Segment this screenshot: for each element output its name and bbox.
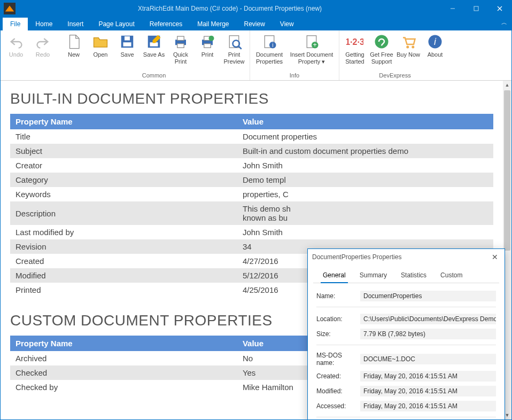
print-icon [199, 33, 216, 50]
prop-name-cell: Creator [10, 158, 237, 173]
save-button[interactable]: Save [114, 32, 141, 71]
prop-name-cell: Category [10, 173, 237, 187]
prop-name-cell: Checked by [10, 380, 237, 394]
prop-name-cell: Description [10, 201, 237, 225]
svg-rect-15 [204, 44, 211, 48]
close-button[interactable] [488, 1, 511, 17]
created-label: Created: [316, 372, 360, 380]
dialog-body: Name:DocumentProperties Location:C:\User… [308, 283, 505, 419]
svg-line-19 [239, 46, 242, 49]
maximize-button[interactable] [464, 1, 488, 17]
new-file-icon [65, 33, 82, 50]
redo-icon [34, 33, 51, 50]
ribbon-collapse-icon[interactable]: ︿ [501, 19, 507, 27]
prop-name-cell: Subject [10, 144, 237, 158]
heading-builtin: BUILT-IN DOCUMENT PROPERTIES [10, 90, 493, 107]
dialog-tabs: General Summary Statistics Custom [313, 265, 499, 283]
svg-rect-12 [177, 44, 184, 48]
scroll-up-icon[interactable]: ▲ [503, 81, 511, 89]
prop-value-cell: Document properties [237, 129, 493, 144]
window-controls [441, 1, 511, 17]
svg-rect-7 [125, 36, 130, 41]
msdos-label: MS-DOS name: [316, 352, 360, 367]
dlg-tab-general[interactable]: General [321, 268, 348, 283]
svg-rect-6 [123, 42, 131, 46]
dlg-tab-custom[interactable]: Custom [438, 268, 464, 283]
scroll-thumb[interactable] [504, 90, 510, 251]
prop-name-cell: Created [10, 254, 237, 268]
col-propname: Property Name [10, 114, 237, 129]
ribbon-group-common: Common [60, 71, 247, 80]
window-title: XtraRichEdit Main Demo (C# code) - Docum… [19, 5, 441, 12]
print-preview-icon [226, 33, 243, 50]
about-button[interactable]: iAbout [422, 32, 448, 71]
saveas-button[interactable]: Save As [141, 32, 167, 71]
tab-references[interactable]: References [142, 18, 190, 30]
table-row: TitleDocument properties [10, 129, 493, 144]
docprops-button[interactable]: iDocument Properties [252, 32, 286, 71]
new-button[interactable]: New [60, 32, 87, 71]
col-propname: Property Name [10, 336, 237, 351]
print-button[interactable]: Print [194, 32, 221, 71]
tab-home[interactable]: Home [28, 18, 60, 30]
ribbon-group-info: Info [252, 71, 337, 80]
tab-insert[interactable]: Insert [60, 18, 91, 30]
table-row: DescriptionThis demo shknown as bu [10, 201, 493, 225]
document-area: BUILT-IN DOCUMENT PROPERTIES Property Na… [1, 81, 511, 419]
prop-name-cell: Printed [10, 283, 237, 297]
undo-button[interactable]: Undo [3, 32, 29, 71]
tab-view[interactable]: View [273, 18, 301, 30]
save-icon [119, 33, 136, 50]
prop-value-cell: John Smith [237, 158, 493, 173]
prop-value-cell: John Smith [237, 225, 493, 239]
size-label: Size: [316, 330, 360, 338]
getfreesupport-button[interactable]: Get Free Support [368, 32, 395, 71]
prop-value-cell: Built-in and custom document properties … [237, 144, 493, 158]
prop-name-cell: Title [10, 129, 237, 144]
dlg-tab-summary[interactable]: Summary [358, 268, 389, 283]
tab-review[interactable]: Review [237, 18, 273, 30]
info-icon: i [426, 33, 444, 50]
dialog-titlebar[interactable]: DocumentProperties Properties ✕ [308, 249, 505, 265]
printpreview-button[interactable]: Print Preview [221, 32, 247, 71]
titlebar: XtraRichEdit Main Demo (C# code) - Docum… [1, 1, 511, 17]
gettingstarted-button[interactable]: 1·2·3Getting Started [342, 32, 368, 71]
undo-icon [7, 33, 25, 50]
redo-button[interactable]: Redo [29, 32, 56, 71]
app-icon [4, 3, 15, 14]
svg-rect-2 [474, 6, 478, 11]
ribbon: Undo Redo New Open Save Save As Quick Pr… [1, 30, 511, 81]
minimize-button[interactable] [441, 1, 464, 17]
svg-point-27 [375, 35, 389, 49]
prop-value-cell: properties, C [237, 187, 493, 201]
svg-point-28 [406, 46, 409, 49]
prop-name-cell: Modified [10, 268, 237, 283]
name-label: Name: [316, 292, 360, 300]
svg-point-29 [412, 46, 414, 49]
table-row: CategoryDemo templ [10, 173, 493, 187]
prop-name-cell: Revision [10, 239, 237, 254]
quickprint-button[interactable]: Quick Print [167, 32, 194, 71]
dlg-tab-statistics[interactable]: Statistics [399, 268, 429, 283]
dialog-close-icon[interactable]: ✕ [490, 253, 500, 261]
table-row: CreatorJohn Smith [10, 158, 493, 173]
col-value: Value [237, 114, 493, 129]
size-value: 7.79 KB (7,982 bytes) [360, 329, 496, 339]
tab-mailmerge[interactable]: Mail Merge [190, 18, 236, 30]
open-folder-icon [92, 33, 109, 50]
accessed-label: Accessed: [316, 402, 360, 410]
created-value: Friday, May 20, 2016 4:15:51 AM [360, 371, 496, 382]
prop-name-cell: Checked [10, 365, 237, 380]
tab-pagelayout[interactable]: Page Layout [91, 18, 142, 30]
insdocprop-button[interactable]: +Insert Document Property ▾ [286, 32, 337, 71]
cart-icon [400, 33, 417, 50]
buynow-button[interactable]: Buy Now [395, 32, 422, 71]
dialog-title: DocumentProperties Properties [312, 253, 490, 261]
svg-text:1·2·3: 1·2·3 [346, 37, 363, 46]
prop-name-cell: Archived [10, 351, 237, 365]
open-button[interactable]: Open [87, 32, 114, 71]
docprops-dialog: DocumentProperties Properties ✕ General … [307, 248, 505, 419]
table-row: Keywordsproperties, C [10, 187, 493, 201]
tab-file[interactable]: File [3, 18, 28, 30]
support-icon [373, 33, 390, 50]
